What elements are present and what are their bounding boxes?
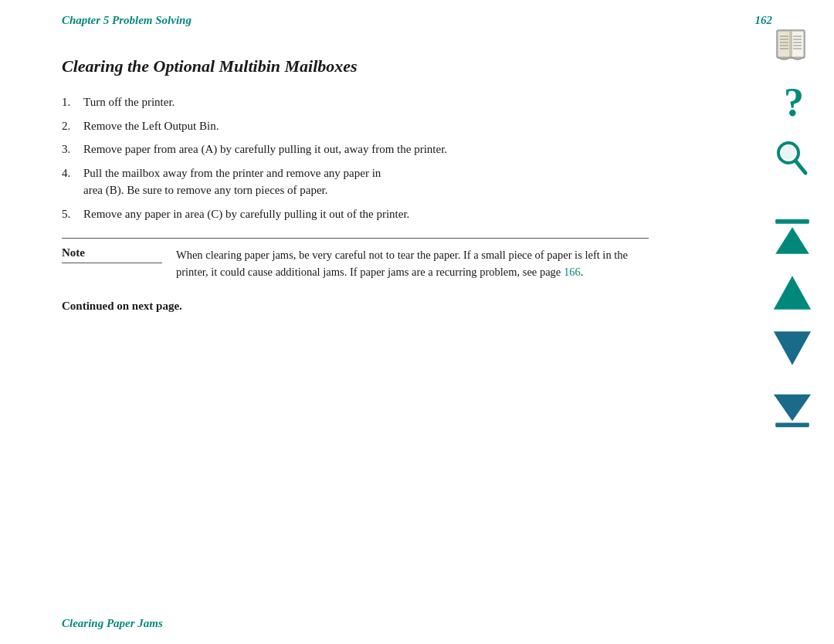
- svg-rect-18: [775, 219, 809, 224]
- step-item-1: 1.Turn off the printer.: [62, 93, 649, 111]
- svg-rect-1: [791, 31, 804, 57]
- page-title: Clearing the Optional Multibin Mailboxes: [62, 56, 649, 76]
- steps-list: 1.Turn off the printer.2.Remove the Left…: [62, 93, 649, 222]
- svg-rect-23: [775, 423, 809, 428]
- svg-rect-2: [789, 30, 792, 58]
- page-container: Chapter 5 Problem Solving 162 Clearing t…: [0, 0, 834, 644]
- step-text: Remove paper from area (A) by carefully …: [83, 141, 649, 158]
- svg-line-17: [795, 161, 805, 173]
- step-num: 3.: [62, 141, 83, 158]
- note-label-col: Note: [62, 246, 162, 281]
- step-num: 2.: [62, 117, 83, 135]
- svg-marker-22: [774, 395, 811, 421]
- nav-down-bottom-icon-button[interactable]: [768, 384, 816, 432]
- page-header: Chapter 5 Problem Solving 162: [0, 0, 834, 35]
- step-num: 5.: [62, 205, 83, 223]
- nav-down-icon-button[interactable]: [768, 324, 816, 372]
- step-text: Remove any paper in area (C) by carefull…: [83, 205, 649, 223]
- svg-point-16: [781, 146, 795, 160]
- svg-marker-20: [774, 276, 811, 310]
- continued-text: Continued on next page.: [62, 300, 649, 313]
- step-text: Remove the Left Output Bin.: [83, 117, 649, 135]
- note-label: Note: [62, 246, 162, 263]
- note-section: Note When clearing paper jams, be very c…: [62, 238, 649, 281]
- book-icon-button[interactable]: [768, 23, 816, 71]
- svg-rect-0: [778, 31, 791, 57]
- note-link[interactable]: 166: [564, 266, 581, 278]
- step-item-4: 4.Pull the mailbox away from the printer…: [62, 164, 649, 199]
- step-text: Pull the mailbox away from the printer a…: [83, 164, 649, 199]
- svg-marker-19: [775, 227, 809, 253]
- help-icon-button[interactable]: ?: [768, 79, 816, 127]
- nav-up-icon-button[interactable]: [768, 269, 816, 317]
- note-body: When clearing paper jams, be very carefu…: [176, 249, 628, 278]
- search-icon-button[interactable]: [768, 134, 816, 182]
- svg-marker-21: [774, 331, 811, 365]
- note-text: When clearing paper jams, be very carefu…: [176, 246, 649, 281]
- svg-text:?: ?: [784, 82, 804, 124]
- step-item-5: 5.Remove any paper in area (C) by carefu…: [62, 205, 649, 223]
- step-text: Turn off the printer.: [83, 93, 649, 111]
- footer-label: Clearing Paper Jams: [62, 617, 163, 630]
- step-item-3: 3.Remove paper from area (A) by carefull…: [62, 141, 649, 158]
- nav-up-top-icon-button[interactable]: [768, 213, 816, 261]
- step-num: 4.: [62, 164, 83, 199]
- step-num: 1.: [62, 93, 83, 111]
- main-content: Clearing the Optional Multibin Mailboxes…: [0, 35, 710, 328]
- header-left: Chapter 5 Problem Solving: [62, 14, 192, 27]
- step-item-2: 2.Remove the Left Output Bin.: [62, 117, 649, 135]
- sidebar-icons: ?: [764, 23, 820, 432]
